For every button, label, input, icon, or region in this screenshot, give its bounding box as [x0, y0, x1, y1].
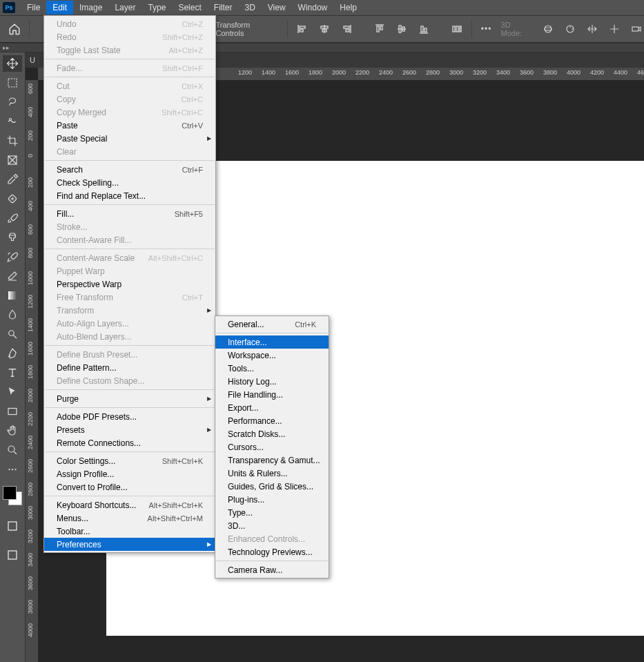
prefs-menu-tools[interactable]: Tools... — [215, 362, 329, 375]
tool-dodge[interactable] — [3, 326, 22, 342]
3d-camera-icon[interactable] — [629, 21, 644, 37]
prefs-menu-export[interactable]: Export... — [215, 401, 329, 414]
prefs-menu-general[interactable]: General...Ctrl+K — [215, 318, 329, 331]
prefs-menu-3d[interactable]: 3D... — [215, 519, 329, 532]
tool-gradient[interactable] — [3, 287, 22, 304]
edit-menu-paste-special[interactable]: Paste Special — [44, 132, 215, 145]
menu-label: Adobe PDF Presets... — [57, 412, 203, 422]
tool-crop[interactable] — [3, 133, 22, 149]
color-swatches[interactable] — [3, 486, 22, 505]
tool-zoom[interactable] — [3, 442, 22, 458]
menu-edit[interactable]: Edit — [46, 1, 73, 14]
tool-path-select[interactable] — [3, 384, 22, 400]
prefs-menu-history-log[interactable]: History Log... — [215, 375, 329, 388]
menu-label: Free Transform — [57, 293, 182, 302]
prefs-menu-scratch-disks[interactable]: Scratch Disks... — [215, 427, 329, 440]
prefs-menu-technology-previews[interactable]: Technology Previews... — [215, 545, 329, 558]
3d-orbit-icon[interactable] — [540, 21, 556, 37]
tool-rectangle[interactable] — [3, 403, 22, 420]
tool-clone[interactable] — [3, 229, 22, 246]
prefs-menu-performance[interactable]: Performance... — [215, 414, 329, 427]
prefs-menu-cursors[interactable]: Cursors... — [215, 440, 329, 454]
menu-shortcut: Ctrl+K — [295, 320, 316, 329]
edit-menu-menus[interactable]: Menus...Alt+Shift+Ctrl+M — [44, 512, 215, 525]
tool-frame[interactable] — [3, 152, 22, 168]
tool-pen[interactable] — [3, 345, 22, 362]
edit-menu-convert-to-profile[interactable]: Convert to Profile... — [44, 480, 215, 494]
tool-healing[interactable] — [3, 191, 22, 207]
distribute-icon[interactable] — [449, 21, 465, 37]
align-left-icon[interactable] — [295, 21, 310, 37]
tool-eraser[interactable] — [3, 268, 22, 284]
tool-hand[interactable] — [3, 422, 22, 439]
edit-menu-separator — [45, 249, 215, 249]
prefs-menu-workspace[interactable]: Workspace... — [215, 349, 329, 362]
tool-eyedropper[interactable] — [3, 171, 22, 188]
menu-file[interactable]: File — [21, 1, 46, 14]
edit-menu-toolbar[interactable]: Toolbar... — [44, 525, 215, 538]
more-options-icon[interactable]: ••• — [479, 21, 494, 37]
align-top-icon[interactable] — [372, 21, 387, 37]
svg-rect-25 — [8, 79, 17, 87]
prefs-menu-plug-ins[interactable]: Plug-ins... — [215, 493, 329, 506]
prefs-menu-transparency-gamut[interactable]: Transparency & Gamut... — [215, 454, 329, 467]
home-icon[interactable] — [7, 21, 22, 37]
menu-view[interactable]: View — [262, 1, 292, 14]
menu-select[interactable]: Select — [172, 1, 207, 14]
tool-lasso[interactable] — [3, 94, 22, 110]
menu-layer[interactable]: Layer — [108, 1, 142, 14]
edit-menu-paste[interactable]: PasteCtrl+V — [44, 119, 215, 132]
menu-filter[interactable]: Filter — [208, 1, 239, 14]
edit-menu-stroke: Stroke... — [44, 220, 215, 233]
tool-move[interactable] — [3, 55, 22, 72]
menu-image[interactable]: Image — [73, 1, 108, 14]
align-bottom-icon[interactable] — [416, 21, 431, 37]
edit-menu-find-and-replace-text[interactable]: Find and Replace Text... — [44, 189, 215, 202]
align-center-h-icon[interactable] — [317, 21, 332, 37]
3d-slide-icon[interactable] — [607, 21, 622, 37]
edit-menu-remote-connections[interactable]: Remote Connections... — [44, 436, 215, 449]
ruler-vertical[interactable]: 6004002000200400600800100012001400160018… — [26, 80, 39, 662]
menu-window[interactable]: Window — [292, 1, 334, 14]
edit-menu-fill[interactable]: Fill...Shift+F5 — [44, 207, 215, 220]
edit-menu-check-spelling[interactable]: Check Spelling... — [44, 176, 215, 189]
menu-type[interactable]: Type — [142, 1, 172, 14]
tool-history-brush[interactable] — [3, 249, 22, 265]
edit-menu-color-settings[interactable]: Color Settings...Shift+Ctrl+K — [44, 454, 215, 467]
tool-marquee[interactable] — [3, 75, 22, 91]
3d-pan-icon[interactable] — [585, 21, 600, 37]
edit-menu-search[interactable]: SearchCtrl+F — [44, 163, 215, 176]
align-center-v-icon[interactable] — [394, 21, 409, 37]
prefs-menu-type[interactable]: Type... — [215, 506, 329, 519]
quick-mask-icon[interactable] — [3, 518, 22, 534]
edit-menu-adobe-pdf-presets[interactable]: Adobe PDF Presets... — [44, 410, 215, 423]
prefs-menu-guides-grid-slices[interactable]: Guides, Grid & Slices... — [215, 480, 329, 493]
edit-menu-define-pattern[interactable]: Define Pattern... — [44, 361, 215, 374]
tool-edit-toolbar[interactable] — [3, 461, 22, 478]
tool-blur[interactable] — [3, 306, 22, 323]
prefs-menu-camera-raw[interactable]: Camera Raw... — [215, 563, 329, 576]
tool-quick-select[interactable] — [3, 113, 22, 130]
menu-3d[interactable]: 3D — [238, 1, 261, 14]
screen-mode-icon[interactable] — [3, 547, 22, 563]
edit-menu-preferences[interactable]: Preferences — [44, 538, 215, 551]
edit-menu-keyboard-shortcuts[interactable]: Keyboard Shortcuts...Alt+Shift+Ctrl+K — [44, 498, 215, 512]
edit-menu-purge[interactable]: Purge — [44, 392, 215, 405]
edit-menu-content-aware-fill: Content-Aware Fill... — [44, 233, 215, 246]
menu-label: Stroke... — [57, 222, 203, 232]
svg-rect-10 — [377, 26, 379, 32]
align-right-icon[interactable] — [339, 21, 354, 37]
foreground-color-swatch[interactable] — [3, 486, 17, 500]
tool-brush[interactable] — [3, 210, 22, 226]
edit-menu-assign-profile[interactable]: Assign Profile... — [44, 467, 215, 480]
edit-menu-presets[interactable]: Presets — [44, 423, 215, 436]
edit-menu-perspective-warp[interactable]: Perspective Warp — [44, 278, 215, 291]
prefs-menu-file-handling[interactable]: File Handling... — [215, 388, 329, 401]
3d-roll-icon[interactable] — [563, 21, 578, 37]
menu-label: Auto-Blend Layers... — [57, 332, 203, 342]
prefs-menu-units-rulers[interactable]: Units & Rulers... — [215, 467, 329, 480]
edit-menu-copy: CopyCtrl+C — [44, 93, 215, 106]
prefs-menu-interface[interactable]: Interface... — [215, 335, 329, 349]
tool-type[interactable] — [3, 364, 22, 381]
menu-help[interactable]: Help — [333, 1, 363, 14]
